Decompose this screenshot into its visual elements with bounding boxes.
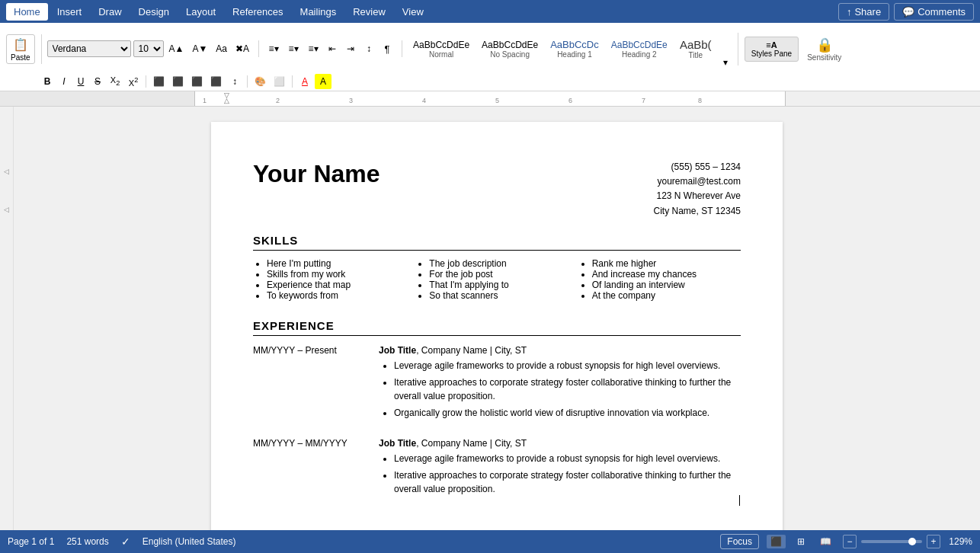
menu-design[interactable]: Design: [131, 3, 177, 21]
styles-pane-icon: ≡A: [766, 40, 777, 50]
font-size-select[interactable]: 10: [133, 40, 164, 57]
subscript-button[interactable]: X2: [107, 74, 123, 89]
style-heading2-label: Heading 2: [622, 50, 657, 59]
zoom-level[interactable]: 129%: [945, 536, 972, 547]
ribbon: 📋 Paste Verdana 10 A▲ A▼ Aa ✖A ≡▾ ≡▾ ≡▾ …: [0, 23, 980, 91]
style-no-spacing-label: No Spacing: [490, 50, 530, 59]
line-spacing-button[interactable]: ↕: [226, 74, 243, 89]
menu-draw[interactable]: Draw: [91, 3, 129, 21]
pilcrow-button[interactable]: ¶: [379, 40, 396, 57]
bold-button[interactable]: B: [40, 74, 55, 89]
increase-indent-button[interactable]: ⇥: [342, 40, 359, 57]
share-button[interactable]: ↑ Share: [838, 3, 889, 21]
style-heading1-preview: AaBbCcDc: [550, 39, 599, 50]
job-bullets-2: Leverage agile frameworks to provide a r…: [379, 452, 741, 496]
skills-col1: Here I'm putting Skills from my work Exp…: [253, 258, 415, 301]
style-normal[interactable]: AaBbCcDdEe Normal: [408, 37, 475, 61]
zoom-out-button[interactable]: −: [843, 535, 857, 548]
borders-button[interactable]: ⬜: [271, 74, 288, 89]
align-left-button[interactable]: ⬛: [150, 74, 168, 89]
menu-mailings[interactable]: Mailings: [293, 3, 344, 21]
styles-section: AaBbCcDdEe Normal AaBbCcDdEe No Spacing …: [408, 26, 732, 72]
job-title-2: Job Title: [379, 438, 416, 449]
clear-format-button[interactable]: ✖A: [232, 40, 252, 57]
job-content-1: Job Title, Company Name | City, ST Lever…: [379, 345, 741, 423]
name-block: Your Name: [253, 160, 380, 188]
style-heading1[interactable]: AaBbCcDc Heading 1: [545, 37, 604, 61]
styles-pane-label: Styles Pane: [751, 50, 792, 58]
superscript-button[interactable]: X2: [125, 74, 142, 89]
grow-font-button[interactable]: A▲: [166, 40, 187, 57]
margin-handle-top[interactable]: ◁: [4, 168, 9, 175]
style-heading2[interactable]: AaBbCcDdEe Heading 2: [606, 37, 673, 61]
language[interactable]: English (United States): [143, 536, 236, 547]
sort-button[interactable]: ↕: [360, 40, 377, 57]
page-info: Page 1 of 1: [8, 536, 54, 547]
skill-item: Of landing an interview: [592, 280, 741, 290]
skill-item: So that scanners: [429, 290, 578, 301]
print-layout-button[interactable]: ⬛: [767, 535, 786, 548]
comments-button[interactable]: 💬 Comments: [894, 3, 974, 21]
menu-home[interactable]: Home: [6, 3, 48, 21]
strikethrough-button[interactable]: S: [90, 74, 105, 89]
word-count: 251 words: [66, 536, 108, 547]
shading-button[interactable]: 🎨: [251, 74, 269, 89]
bullets-button[interactable]: ≡▾: [264, 40, 283, 57]
zoom-slider[interactable]: [861, 540, 922, 543]
menubar: Home Insert Draw Design Layout Reference…: [0, 0, 980, 23]
font-family-select[interactable]: Verdana: [47, 40, 131, 57]
skills-grid: Here I'm putting Skills from my work Exp…: [253, 258, 741, 301]
menu-layout[interactable]: Layout: [178, 3, 223, 21]
multilevel-button[interactable]: ≡▾: [304, 40, 322, 57]
job-entry-1: MM/YYYY – Present Job Title, Company Nam…: [253, 345, 741, 423]
focus-button[interactable]: Focus: [720, 534, 759, 549]
skill-item: For the job post: [429, 269, 578, 280]
share-icon: ↑: [847, 6, 852, 18]
style-normal-label: Normal: [429, 50, 453, 59]
menu-references[interactable]: References: [225, 3, 290, 21]
more-styles-button[interactable]: ▾: [719, 26, 732, 72]
bullet-item: Leverage agile frameworks to provide a r…: [394, 359, 741, 372]
style-no-spacing[interactable]: AaBbCcDdEe No Spacing: [476, 37, 543, 61]
styles-pane-button[interactable]: ≡A Styles Pane: [745, 37, 799, 62]
paste-button[interactable]: 📋 Paste: [6, 34, 35, 64]
paragraph-section-row1: ≡▾ ≡▾ ≡▾ ⇤ ⇥ ↕ ¶: [264, 40, 402, 57]
change-case-button[interactable]: Aa: [213, 40, 230, 57]
align-right-button[interactable]: ⬛: [188, 74, 206, 89]
separator3: [292, 75, 293, 88]
web-layout-button[interactable]: ⊞: [793, 535, 809, 548]
skill-item: And increase my chances: [592, 269, 741, 280]
ruler: 1 2 3 4 5 6 7 8 ▽ △: [0, 91, 980, 107]
zoom-in-button[interactable]: +: [927, 535, 940, 548]
menu-view[interactable]: View: [395, 3, 431, 21]
menu-review[interactable]: Review: [345, 3, 393, 21]
doc-area[interactable]: Your Name (555) 555 – 1234 youremail@tes…: [14, 107, 980, 553]
font-color-button[interactable]: A: [296, 74, 313, 89]
menu-insert[interactable]: Insert: [50, 3, 90, 21]
read-mode-button[interactable]: 📖: [816, 535, 835, 548]
zoom-thumb[interactable]: [908, 538, 916, 545]
align-center-button[interactable]: ⬛: [169, 74, 187, 89]
font-section: Verdana 10 A▲ A▼ Aa ✖A: [47, 40, 259, 57]
zoom-control: − + 129%: [843, 535, 972, 548]
shrink-font-button[interactable]: A▼: [189, 40, 210, 57]
numbering-button[interactable]: ≡▾: [284, 40, 303, 57]
email: youremail@test.com: [654, 174, 741, 189]
proofread-icon[interactable]: ✓: [121, 535, 130, 548]
decrease-indent-button[interactable]: ⇤: [324, 40, 341, 57]
separator1: [146, 75, 146, 88]
justify-button[interactable]: ⬛: [207, 74, 225, 89]
text-cursor: [739, 495, 740, 506]
highlight-button[interactable]: A: [315, 74, 331, 89]
italic-button[interactable]: I: [56, 74, 72, 89]
phone: (555) 555 – 1234: [654, 160, 741, 174]
resume-header: Your Name (555) 555 – 1234 youremail@tes…: [253, 160, 741, 219]
skill-item: The job description: [429, 258, 578, 269]
margin-handle-mid[interactable]: ◁: [4, 206, 9, 213]
style-title[interactable]: AaBb( Title: [674, 36, 717, 62]
skill-item: At the company: [592, 290, 741, 301]
paste-icon: 📋: [11, 37, 30, 53]
skills-col2: The job description For the job post Tha…: [415, 258, 578, 301]
underline-button[interactable]: U: [73, 74, 88, 89]
sensitivity-button[interactable]: 🔒 Sensitivity: [802, 33, 847, 66]
